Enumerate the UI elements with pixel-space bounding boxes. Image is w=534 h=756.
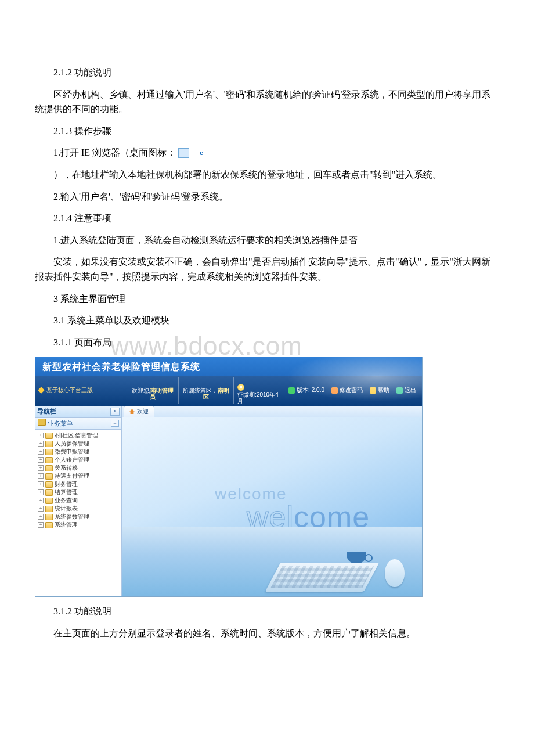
- section-214-line2: 安装，如果没有安装或安装不正确，会自动弹出"是否启动插件安装向导"提示。点击"确…: [35, 254, 499, 284]
- section-312-body: 在主页面的上方分别显示登录者的姓名、系统时间、系统版本，方便用户了解相关信息。: [35, 626, 499, 641]
- minimize-menu-button[interactable]: –: [111, 420, 119, 427]
- step1-text-a: 1.打开 IE 浏览器（桌面图标：: [53, 147, 176, 157]
- folder-icon: [45, 481, 53, 488]
- sidebar-menu-header[interactable]: 业务菜单 –: [35, 418, 121, 430]
- help-label: 帮助: [378, 386, 389, 395]
- password-icon: [331, 387, 338, 394]
- tree-item[interactable]: +结算管理: [37, 488, 120, 496]
- folder-icon: [45, 433, 53, 439]
- folder-icon: [45, 498, 53, 504]
- tree-item[interactable]: +村|社区.信息管理: [37, 431, 120, 440]
- tab-welcome[interactable]: 欢迎: [124, 406, 154, 417]
- section-212-title: 2.1.2 功能说明: [35, 65, 499, 80]
- expand-icon[interactable]: +: [38, 522, 44, 528]
- version-value: 2.0.0: [312, 386, 324, 395]
- expand-icon[interactable]: +: [38, 506, 44, 512]
- tree-item[interactable]: +系统参数管理: [37, 513, 120, 521]
- exit-button[interactable]: 退出: [394, 386, 418, 395]
- tree-item[interactable]: +业务查询: [37, 496, 120, 505]
- folder-icon: [45, 449, 53, 455]
- desk-graphic: [122, 527, 422, 596]
- marker-icon: [38, 387, 44, 394]
- folder-icon: [45, 506, 53, 512]
- expand-icon[interactable]: +: [38, 514, 44, 520]
- app-title: 新型农村社会养老保险管理信息系统: [35, 357, 422, 376]
- section-213-step2: 2.输入'用户名'、'密码'和'验证码'登录系统。: [35, 189, 499, 204]
- tree-item-label: 人员参保管理: [55, 440, 89, 448]
- expand-icon[interactable]: +: [38, 449, 44, 455]
- tree-item-label: 待遇支付管理: [55, 472, 89, 480]
- section-3-title: 3 系统主界面管理: [35, 291, 499, 307]
- tree-item-label: 缴费申报管理: [55, 448, 89, 456]
- sidebar-header: 导航栏 «: [35, 406, 121, 418]
- expand-icon[interactable]: +: [38, 433, 44, 438]
- tree-item[interactable]: +待遇支付管理: [37, 472, 120, 480]
- expand-icon[interactable]: +: [38, 441, 44, 447]
- tree-item[interactable]: +统计报表: [37, 505, 120, 513]
- help-button[interactable]: 帮助: [367, 386, 392, 395]
- tree-item[interactable]: +系统管理: [37, 521, 120, 529]
- cup-graphic: [347, 552, 366, 564]
- app-body: 导航栏 « 业务菜单 – +村|社区.信息管理+人员参保管理+缴费申报管理+个人…: [35, 406, 422, 596]
- expand-icon[interactable]: +: [38, 473, 44, 479]
- period-label: 征缴期:: [237, 391, 257, 398]
- region-label: 所属统筹区：: [183, 387, 218, 394]
- tab-welcome-label: 欢迎: [137, 407, 149, 416]
- welcome-user: 欢迎您,南明管理员: [128, 381, 177, 400]
- period-cell: 征缴期:2010年4月: [235, 377, 283, 404]
- folder-icon: [45, 489, 53, 496]
- tab-bar: 欢迎: [122, 406, 422, 417]
- ie-icon: [178, 148, 189, 158]
- subtitle-text: 基于核心平台三版: [46, 386, 93, 395]
- tree-item-label: 业务查询: [55, 496, 78, 505]
- pwd-label: 修改密码: [340, 386, 363, 395]
- divider: [233, 377, 234, 404]
- main-area: 欢迎 welcome welcome welcome: [122, 406, 422, 596]
- tree-item[interactable]: +财务管理: [37, 480, 120, 488]
- welcome-username: 南明管理员: [150, 387, 174, 400]
- expand-icon[interactable]: +: [38, 481, 44, 487]
- folder-icon: [45, 441, 53, 447]
- toolbar: 版本:2.0.0 修改密码 帮助 退出: [286, 386, 418, 395]
- tree-item-label: 系统管理: [55, 521, 78, 529]
- expand-icon[interactable]: +: [38, 498, 44, 503]
- tree-item[interactable]: +个人账户管理: [37, 456, 120, 464]
- sidebar: 导航栏 « 业务菜单 – +村|社区.信息管理+人员参保管理+缴费申报管理+个人…: [35, 406, 122, 596]
- folder-icon: [45, 522, 53, 528]
- menu-icon: [38, 419, 46, 426]
- tree-item-label: 统计报表: [55, 505, 78, 513]
- app-header: 新型农村社会养老保险管理信息系统 基于核心平台三版 欢迎您,南明管理员 所属统筹…: [35, 357, 422, 406]
- folder-icon: [45, 465, 53, 471]
- section-214-line1: 1.进入系统登陆页面，系统会自动检测系统运行要求的相关浏览器插件是否: [35, 233, 499, 248]
- home-icon: [129, 409, 135, 414]
- clock-icon: [237, 384, 244, 391]
- app-window: 新型农村社会养老保险管理信息系统 基于核心平台三版 欢迎您,南明管理员 所属统筹…: [35, 357, 423, 597]
- section-214-title: 2.1.4 注意事项: [35, 211, 499, 226]
- section-213-title: 2.1.3 操作步骤: [35, 124, 499, 139]
- nav-title: 导航栏: [37, 406, 56, 417]
- menu-tree: +村|社区.信息管理+人员参保管理+缴费申报管理+个人账户管理+关系转移+待遇支…: [35, 430, 121, 596]
- expand-icon[interactable]: +: [38, 489, 44, 495]
- exit-icon: [396, 387, 403, 394]
- welcome-prefix: 欢迎您,: [132, 387, 151, 394]
- section-312-title: 3.1.2 功能说明: [35, 604, 499, 619]
- expand-icon[interactable]: +: [38, 465, 44, 471]
- expand-icon[interactable]: +: [38, 457, 44, 463]
- change-password-button[interactable]: 修改密码: [329, 386, 365, 395]
- tree-item-label: 结算管理: [55, 488, 78, 496]
- tree-item-label: 个人账户管理: [55, 456, 89, 464]
- menu-title: 业务菜单: [48, 420, 73, 427]
- version-label: 版本:: [297, 386, 310, 395]
- section-213-step1a: 1.打开 IE 浏览器（桌面图标：: [35, 145, 499, 160]
- tree-item-label: 村|社区.信息管理: [55, 431, 98, 440]
- tree-item[interactable]: +人员参保管理: [37, 440, 120, 448]
- tree-item[interactable]: +缴费申报管理: [37, 448, 120, 456]
- section-31-title: 3.1 系统主菜单以及欢迎模块: [35, 313, 499, 328]
- collapse-sidebar-button[interactable]: «: [110, 408, 120, 416]
- version-icon: [288, 387, 295, 394]
- tree-item[interactable]: +关系转移: [37, 464, 120, 472]
- section-311-title: 3.1.1 页面布局: [35, 335, 499, 350]
- folder-icon: [45, 514, 53, 520]
- mouse-graphic: [385, 559, 405, 587]
- tree-item-label: 关系转移: [55, 464, 78, 472]
